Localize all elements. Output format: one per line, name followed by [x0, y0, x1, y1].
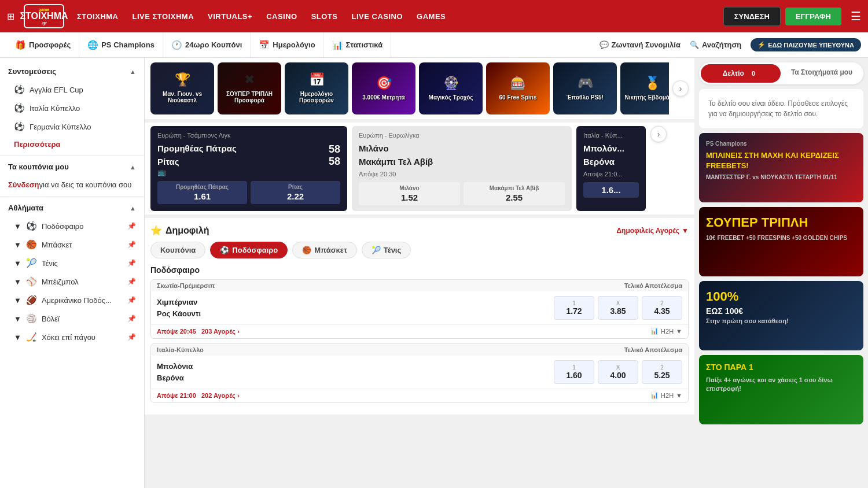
tab-tennis[interactable]: 🎾 Τένις [362, 242, 411, 258]
popular-markets-dropdown[interactable]: Δημοφιλείς Αγορές ▼ [616, 227, 689, 235]
sidebar-item-football[interactable]: ▼ ⚽ Ποδόσφαιρο 📌 [0, 217, 144, 235]
sidebar-item-basketball[interactable]: ▼ 🏀 Μπάσκετ 📌 [0, 235, 144, 254]
card-icon: 🎯 [376, 76, 392, 91]
search-icon: 🔍 [690, 40, 699, 49]
h2h-btn-2[interactable]: 📊 H2H ▼ [650, 391, 682, 399]
live-next-arrow[interactable]: › [650, 126, 667, 142]
promo-card-ps[interactable]: PS Champions ΜΠΑΙΝΕΙΣ ΣΤΗ ΜΑΧΗ ΚΑΙ ΚΕΡΔΙ… [699, 133, 863, 202]
tab-coupons[interactable]: Κουπόνια [150, 242, 205, 258]
odd-btn-2-team1[interactable]: Μιλάνο 1.52 [359, 182, 460, 205]
more-markets-1[interactable]: Απόψε 20:45 203 Αγορές › [157, 328, 240, 335]
betslip-tab-my[interactable]: Τα Στοιχήματά μου [782, 64, 862, 83]
register-button[interactable]: ΕΓΓΡΑΦΗ [785, 8, 841, 25]
betslip-tabs: Δελτίο 0 Τα Στοιχήματά μου [699, 62, 863, 84]
nav-live[interactable]: LIVE ΣΤΟΙΧΗΜΑ [131, 10, 196, 23]
bar-chart-icon: 📊 [650, 327, 659, 335]
sec-nav-stats[interactable]: 📊 Στατιστικά [324, 32, 392, 57]
odd-2-1[interactable]: 1 1.60 [554, 360, 594, 384]
carousel-card-offers[interactable]: 📅 Ημερολόγιο Προσφορών [285, 62, 348, 114]
match-score-1: 58 58 [329, 143, 340, 168]
betslip-tab-active[interactable]: Δελτίο 0 [701, 64, 781, 83]
sidebar-item-tennis[interactable]: ▼ 🎾 Τένις 📌 [0, 254, 144, 272]
sec-nav-calendar[interactable]: 📅 Ημερολόγιο [251, 32, 323, 57]
card-label: Νικητής Εβδομάδας [623, 93, 669, 102]
sports-header[interactable]: Αθλήματα ▲ [0, 199, 144, 217]
grid-icon[interactable]: ⊞ [7, 11, 14, 22]
card-label: Ημερολόγιο Προσφορών [285, 90, 348, 105]
card-icon: 🎡 [443, 76, 459, 91]
sidebar-item-hockey[interactable]: ▼ 🏒 Χόκει επί πάγου 📌 [0, 328, 144, 346]
odd-1-x[interactable]: Χ 3.85 [598, 296, 638, 320]
odd-1-2[interactable]: 2 4.35 [642, 296, 682, 320]
signin-button[interactable]: ΣΥΝΔΕΣΗ [723, 7, 781, 26]
odd-btn-3[interactable]: 1.6... [583, 182, 639, 198]
odd-btn-2-team2[interactable]: Μακάμπι Τελ Αβίβ 2.55 [464, 182, 565, 205]
odds-group-2: 1 1.60 Χ 4.00 2 5.25 [554, 360, 682, 384]
odd-btn-1-team1[interactable]: Προμηθέας Πάτρας 1.61 [157, 181, 247, 204]
pin-icon-5: 📌 [127, 296, 136, 304]
sidebar-item-italy-cup[interactable]: ⚽ Ιταλία Κύπελλο [0, 99, 144, 117]
chevron-up-icon: ▲ [130, 68, 136, 75]
football-icon: ⚽ [14, 84, 25, 95]
basketball-icon: 🏀 [26, 239, 37, 250]
carousel-card-nikitis[interactable]: 🏅 Νικητής Εβδομάδας [620, 62, 669, 114]
pin-icon-3: 📌 [127, 259, 136, 267]
main-layout: Συντομεύσεις ▲ ⚽ Αγγλία EFL Cup ⚽ Ιταλία… [0, 58, 868, 488]
nav-casino[interactable]: CASINO [265, 10, 299, 23]
shortcuts-header[interactable]: Συντομεύσεις ▲ [0, 62, 144, 80]
markets-count-1[interactable]: 203 Αγορές › [201, 328, 240, 335]
nav-stoixima[interactable]: ΣΤΟΙΧΗΜΑ [76, 10, 120, 23]
odd-2-2[interactable]: 2 5.25 [642, 360, 682, 384]
promo-card-para[interactable]: ΣΤΟ ΠΑΡΑ 1 Παίξε 4+ αγώνες και αν χάσεις… [699, 355, 863, 424]
logo[interactable]: game ΣΤΟΙΧΗΜΑ .gr [24, 4, 64, 28]
tennis-icon: 🎾 [26, 258, 37, 268]
nav-slots[interactable]: SLOTS [310, 10, 339, 23]
markets-count-2[interactable]: 202 Αγορές › [201, 392, 240, 399]
nav-games[interactable]: GAMES [415, 10, 447, 23]
sec-nav-coupon[interactable]: 🕐 24ωρο Κουπόνι [163, 32, 251, 57]
odd-2-x[interactable]: Χ 4.00 [598, 360, 638, 384]
nav-live-casino[interactable]: LIVE CASINO [351, 10, 404, 23]
sec-nav-ps-champs[interactable]: 🌐 PS Champions [79, 32, 163, 57]
more-markets-2[interactable]: Απόψε 21:00 202 Αγορές › [157, 392, 240, 399]
tab-football[interactable]: ⚽ Ποδόσφαιρο [210, 242, 288, 258]
match-league-3: Ιταλία - Κύπ... [583, 132, 639, 139]
sidebar-divider-2 [0, 196, 144, 197]
hockey-icon: 🏒 [26, 332, 37, 342]
carousel-next-arrow[interactable]: › [672, 80, 689, 97]
tab-basketball[interactable]: 🏀 Μπάσκετ [292, 242, 357, 258]
odd-1-1[interactable]: 1 1.72 [554, 296, 594, 320]
carousel-card-battles[interactable]: 🎮 Έπαθλο PS5! [553, 62, 617, 114]
logo-domain-text: .gr [41, 21, 47, 25]
sec-nav-offers[interactable]: 🎁 Προσφορές [7, 32, 79, 57]
odd-btn-1-team2[interactable]: Ρίτας 2.22 [251, 181, 340, 204]
nav-virtuals[interactable]: VIRTUALS+ [207, 10, 253, 23]
sidebar-item-american-football[interactable]: ▼ 🏈 Αμερικάνικο Ποδός... 📌 [0, 291, 144, 309]
match-teams-popular-1: Χιμπέρνιαν Ρος Κάουντι [157, 297, 549, 319]
promo-card-100[interactable]: 100% ΕΩΣ 100€ Στην πρώτη σου κατάθεση! [699, 281, 863, 350]
hamburger-icon[interactable]: ☰ [851, 9, 861, 23]
carousel-card-tripli[interactable]: ✖ ΣΟΥΠΕΡ ΤΡΙΠΛΗ Προσφορά [218, 62, 281, 114]
h2h-btn-1[interactable]: 📊 H2H ▼ [650, 327, 682, 335]
carousel-card-magikos[interactable]: 🎡 Μαγικός Τροχός [419, 62, 483, 114]
sidebar-item-england-efl[interactable]: ⚽ Αγγλία EFL Cup [0, 80, 144, 99]
responsible-gaming-button[interactable]: ⚡ ΕΔΩ ΠΑΙΖΟΥΜΕ ΥΠΕΥΘΥΝΑ [751, 38, 861, 51]
shortcuts-more[interactable]: Περισσότερα [0, 136, 144, 153]
sidebar-item-volleyball[interactable]: ▼ 🏐 Βόλεϊ 📌 [0, 309, 144, 328]
promo-100-text: 100% ΕΩΣ 100€ Στην πρώτη σου κατάθεση! [699, 281, 863, 333]
search-button[interactable]: 🔍 Αναζήτηση [690, 40, 741, 49]
sidebar-item-germany-cup[interactable]: ⚽ Γερμανία Κύπελλο [0, 117, 144, 136]
carousel-card-ps-champ[interactable]: 🏆 Μαν. Γιουν. vs Νιούκαστλ [150, 62, 214, 114]
chevron-down-icon-h2h2: ▼ [676, 392, 682, 399]
chat-button[interactable]: 💬 Ζωντανή Συνομιλία [599, 40, 681, 49]
match-teams-popular-2: Μπολόνια Βερόνα [157, 361, 549, 383]
tv-icon-1: 📺 [157, 168, 340, 176]
coupons-header[interactable]: Τα κουπόνια μου ▲ [0, 158, 144, 176]
card-icon: ✖ [244, 72, 255, 87]
promo-card-tripli[interactable]: ΣΟΥΠΕΡ ΤΡΙΠΛΗ 10€ FREEBET +50 FREESPINS … [699, 207, 863, 276]
carousel-card-imerologio[interactable]: 🎯 3.000€ Μετρητά [352, 62, 415, 114]
sidebar-item-baseball[interactable]: ▼ ⚾ Μπέιζμπολ 📌 [0, 272, 144, 291]
coupons-login-link[interactable]: Σύνδεση [8, 180, 39, 189]
carousel-card-freespins[interactable]: 🎰 60 Free Spins [486, 62, 550, 114]
popular-header: ⭐ Δημοφιλή Δημοφιλείς Αγορές ▼ [150, 225, 689, 236]
